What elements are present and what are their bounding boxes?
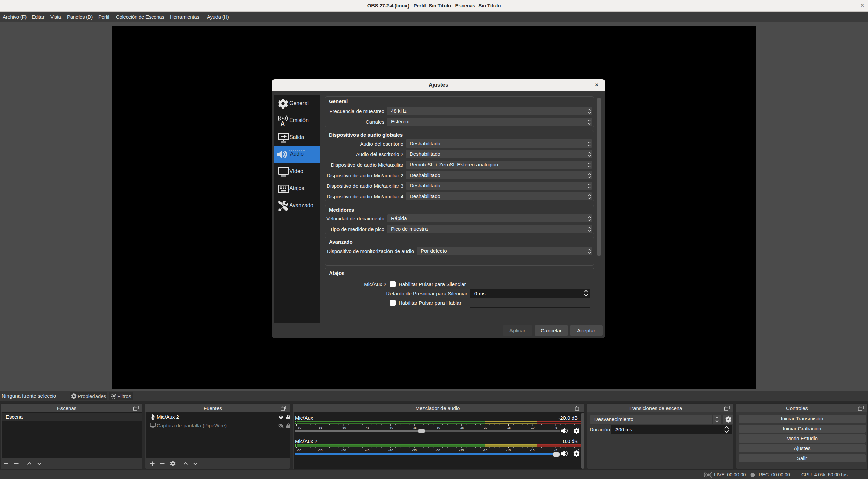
svg-text:-25: -25 xyxy=(459,448,464,452)
svg-text:-30: -30 xyxy=(436,448,440,452)
svg-text:-15: -15 xyxy=(506,426,511,429)
svg-text:-10: -10 xyxy=(530,426,535,429)
svg-text:-50: -50 xyxy=(341,426,346,429)
svg-text:-50: -50 xyxy=(341,448,346,452)
svg-text:-30: -30 xyxy=(436,426,440,429)
svg-text:-5: -5 xyxy=(554,448,557,452)
svg-text:-15: -15 xyxy=(506,448,511,452)
svg-text:-45: -45 xyxy=(365,426,370,429)
svg-text:-45: -45 xyxy=(365,448,370,452)
svg-text:-10: -10 xyxy=(530,448,535,452)
svg-text:-60: -60 xyxy=(297,448,301,452)
svg-text:-25: -25 xyxy=(459,426,464,429)
svg-text:-5: -5 xyxy=(554,426,557,429)
svg-text:-35: -35 xyxy=(412,448,417,452)
svg-text:-35: -35 xyxy=(412,426,417,429)
svg-text:-55: -55 xyxy=(318,426,323,429)
svg-text:-40: -40 xyxy=(388,448,393,452)
svg-text:-55: -55 xyxy=(318,448,323,452)
svg-text:A: A xyxy=(281,120,285,126)
svg-text:-20: -20 xyxy=(483,448,487,452)
svg-text:-40: -40 xyxy=(388,426,393,429)
svg-text:-60: -60 xyxy=(297,426,301,429)
svg-text:-20: -20 xyxy=(483,426,487,429)
